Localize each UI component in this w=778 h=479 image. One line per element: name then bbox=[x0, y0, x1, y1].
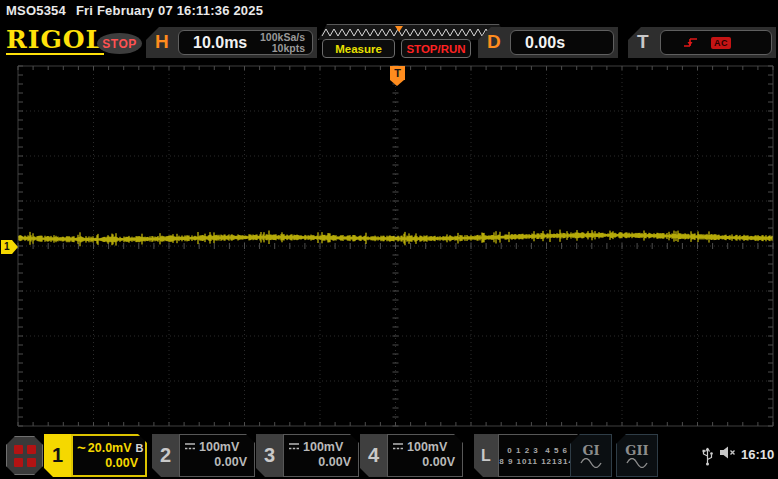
channel1-offset: 0.00V bbox=[77, 456, 140, 473]
channel2-offset: 0.00V bbox=[184, 455, 249, 472]
channel2-scale: 100mV bbox=[199, 440, 239, 454]
speaker-muted-icon bbox=[719, 445, 738, 460]
channel4-tab[interactable]: 4 bbox=[360, 434, 387, 477]
trigger-position-marker[interactable]: T bbox=[390, 66, 405, 80]
channel2-box: 100mV 0.00V bbox=[179, 434, 255, 477]
channel2-status[interactable]: 2 100mV 0.00V bbox=[152, 434, 255, 477]
channel3-tab[interactable]: 3 bbox=[256, 434, 283, 477]
generator2-button[interactable]: GII bbox=[616, 434, 658, 477]
channel4-offset: 0.00V bbox=[392, 455, 457, 472]
channel1-scale: 20.0mV bbox=[88, 441, 132, 455]
channel1-tab[interactable]: 1 bbox=[44, 434, 71, 477]
channel3-offset: 0.00V bbox=[288, 455, 353, 472]
sine-wave-icon bbox=[580, 458, 602, 468]
bandwidth-limit-badge: B bbox=[136, 442, 144, 454]
generator2-label: GII bbox=[625, 444, 648, 458]
ac-coupling-icon: ~ bbox=[77, 443, 86, 453]
channel3-status[interactable]: 3 100mV 0.00V bbox=[256, 434, 359, 477]
channel4-box: 100mV 0.00V bbox=[387, 434, 463, 477]
generator1-label: GI bbox=[582, 444, 599, 458]
dc-coupling-icon bbox=[288, 442, 300, 451]
oscilloscope-screen: MSO5354Fri February 07 16:11:36 2025 RIG… bbox=[0, 0, 778, 479]
channel1-box: ~ 20.0mV B 0.00V bbox=[71, 434, 147, 477]
channel3-scale: 100mV bbox=[303, 440, 343, 454]
channel4-status[interactable]: 4 100mV 0.00V bbox=[360, 434, 463, 477]
usb-icon bbox=[701, 445, 714, 466]
channel2-tab[interactable]: 2 bbox=[152, 434, 179, 477]
channel4-scale: 100mV bbox=[407, 440, 447, 454]
channel1-status[interactable]: 1 ~ 20.0mV B 0.00V bbox=[44, 434, 147, 477]
channel3-box: 100mV 0.00V bbox=[283, 434, 359, 477]
logic-analyzer-status[interactable]: L 0 1 2 3 4 5 6 7 8 9 1011 12131415 bbox=[474, 434, 586, 477]
dc-coupling-icon bbox=[184, 442, 196, 451]
channels-menu-icon[interactable] bbox=[6, 436, 43, 475]
clock: 16:10 bbox=[741, 447, 774, 462]
logic-analyzer-tab[interactable]: L bbox=[474, 434, 498, 477]
four-squares-icon bbox=[14, 445, 36, 467]
logic-row1: 0 1 2 3 4 5 6 7 bbox=[507, 445, 576, 456]
graticule-and-waveform bbox=[0, 0, 778, 479]
generator1-button[interactable]: GI bbox=[570, 434, 612, 477]
dc-coupling-icon bbox=[392, 442, 404, 451]
sine-wave-icon bbox=[626, 458, 648, 468]
